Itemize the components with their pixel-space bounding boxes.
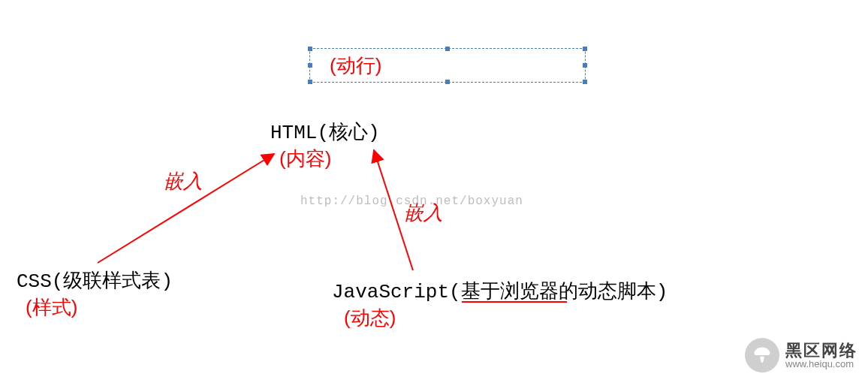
node-js-title: JavaScript(基于浏览器的动态脚本) xyxy=(332,278,668,304)
node-html-title: HTML(核心) xyxy=(270,119,380,145)
node-css-title: CSS(级联样式表) xyxy=(17,267,173,294)
spellcheck-underline-icon xyxy=(462,301,567,303)
site-logo: 黑区网络 www.heiqu.com xyxy=(745,338,857,372)
logo-cn-text: 黑区网络 xyxy=(785,342,857,359)
selection-label: (动行) xyxy=(330,53,381,79)
node-js-subtitle: (动态) xyxy=(344,305,396,331)
diagram-canvas: { "selected_box": { "label": "(动行)" }, "… xyxy=(0,0,868,377)
arrow-label-right: 嵌入 xyxy=(404,200,443,226)
logo-en-text: www.heiqu.com xyxy=(785,359,857,369)
node-css-subtitle: (样式) xyxy=(26,294,77,321)
arrow-label-left: 嵌入 xyxy=(164,168,203,195)
node-html-subtitle: (内容) xyxy=(279,146,331,172)
mushroom-icon xyxy=(745,338,779,372)
